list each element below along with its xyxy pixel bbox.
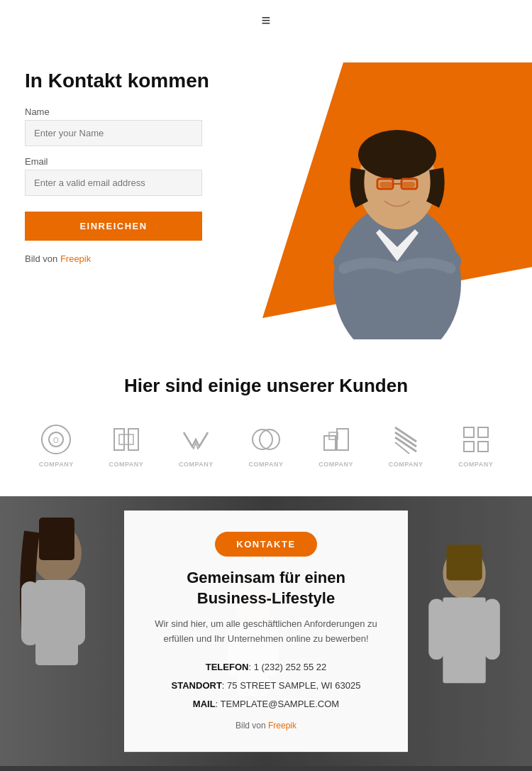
submit-button[interactable]: EINREICHEN [25,212,202,241]
client-logo-6: COMPANY [375,422,438,468]
svg-rect-25 [464,442,474,452]
svg-rect-4 [402,182,415,187]
client-logo-4: COMPANY [235,422,298,468]
client-logo-2: COMPANY [95,422,158,468]
hero-section: In Kontakt kommen Name Email EINREICHEN … [0,41,532,339]
email-field-group: Email [25,156,238,196]
mail-label: MAIL [193,699,216,709]
svg-line-22 [395,442,409,454]
svg-rect-16 [324,436,336,450]
kontakte-button[interactable]: KONTAKTE [215,532,316,557]
standort-label: STANDORT [172,680,222,691]
svg-rect-24 [478,427,488,437]
mail-value: TEMPLATE@SAMPLE.COM [221,699,340,709]
hero-image-area [227,41,532,339]
client-label-1: COMPANY [39,461,74,468]
header: ≡ [0,0,532,41]
contact-banner-section: KONTAKTE Gemeinsam für einen Business-Li… [0,496,532,766]
clients-section: Hier sind einige unserer Kunden O COMPAN… [0,339,532,496]
contact-info: TELEFON: 1 (232) 252 55 22 STANDORT: 75 … [149,658,383,713]
clients-logos-row: O COMPANY COMPANY COMPANY [25,422,507,468]
telefon-value: 1 (232) 252 55 22 [254,662,327,672]
hero-form-area: In Kontakt kommen Name Email EINREICHEN … [25,62,238,325]
client-logo-1: O COMPANY [25,422,88,468]
client-logo-7: COMPANY [444,422,507,468]
telefon-label: TELEFON [206,662,249,672]
svg-point-2 [358,130,436,180]
email-label: Email [25,156,238,167]
mail-line: MAIL: TEMPLATE@SAMPLE.COM [149,695,383,713]
contact-card: KONTAKTE Gemeinsam für einen Business-Li… [124,510,408,752]
client-label-4: COMPANY [249,461,284,468]
hero-person-image [262,62,532,339]
freepik-link[interactable]: Freepik [60,253,91,264]
client-logo-3: COMPANY [165,422,228,468]
client-label-3: COMPANY [179,461,214,468]
clients-title: Hier sind einige unserer Kunden [25,375,507,397]
name-input[interactable] [25,120,202,146]
svg-rect-3 [379,182,392,187]
client-label-2: COMPANY [109,461,143,468]
client-logo-5: COMPANY [304,422,367,468]
contact-freepik-link[interactable]: Freepik [268,721,297,731]
standort-line: STANDORT: 75 STREET SAMPLE, WI 63025 [149,677,383,695]
name-label: Name [25,106,238,117]
client-label-5: COMPANY [318,461,353,468]
hamburger-menu-icon[interactable]: ≡ [262,11,271,30]
telefon-line: TELEFON: 1 (232) 252 55 22 [149,658,383,677]
image-credit: Bild von Freepik [25,253,238,264]
svg-rect-17 [337,429,348,450]
svg-rect-13 [119,434,133,444]
contact-card-title: Gemeinsam für einen Business-Lifestyle [149,568,383,608]
name-field-group: Name [25,106,238,146]
email-input[interactable] [25,170,202,196]
contact-image-credit: Bild von Freepik [149,721,383,731]
contact-card-description: Wir sind hier, um alle geschäftlichen An… [149,617,383,647]
standort-value: 75 STREET SAMPLE, WI 63025 [227,680,360,691]
svg-text:O: O [53,437,59,444]
client-label-7: COMPANY [458,461,493,468]
svg-rect-26 [478,442,488,452]
svg-rect-23 [464,427,474,437]
hero-title: In Kontakt kommen [25,70,238,92]
client-label-6: COMPANY [389,461,423,468]
footer: Sample text. Click to select the Text El… [0,766,532,771]
